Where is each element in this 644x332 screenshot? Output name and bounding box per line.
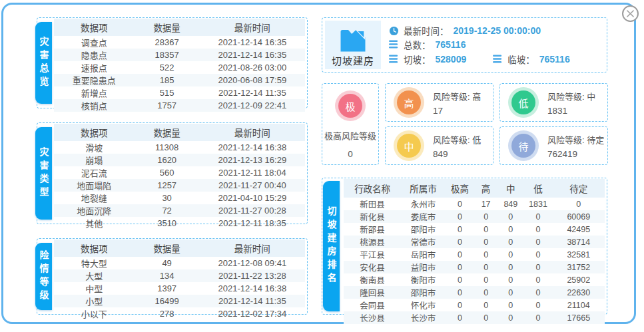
column-header: 中 [497, 179, 523, 198]
list-icon [389, 55, 399, 64]
column-header: 数据项 [54, 124, 135, 141]
table-cell: 1397 [135, 282, 200, 295]
table-cell: 新化县 [344, 210, 401, 223]
table-cell: 特大型 [54, 257, 135, 269]
table-cell: 849 [497, 198, 523, 210]
total-line: 总数： 765116 [389, 38, 604, 51]
table-cell: 278 [135, 307, 200, 320]
column-header: 数据量 [135, 240, 200, 257]
table-cell: 岳阳市 [401, 248, 446, 261]
table-cell: 0 [497, 286, 523, 299]
table-cell: 21104 [553, 299, 605, 311]
table-cell: 0 [474, 236, 497, 248]
table-cell: 隐患点 [54, 49, 135, 61]
column-header: 低 [523, 179, 552, 198]
table-row: 核销点17572021-12-09 22:41 [54, 99, 305, 112]
table-cell: 1831 [523, 198, 552, 210]
column-header: 最新时间 [200, 124, 305, 141]
table-cell: 0 [523, 223, 552, 236]
table-cell: 2021-12-14 16:38 [200, 282, 305, 295]
table-cell: 0 [446, 273, 474, 286]
table-cell: 0 [523, 311, 552, 324]
table-cell: 2021-12-14 16:35 [200, 36, 305, 49]
card-risk-extreme: 极 极高风险等级 0 [322, 83, 379, 165]
ranking-table: 行政名称所属市极高高中低待定 新田县永州市01784918310新化县娄底市00… [344, 179, 605, 324]
table-cell: 31752 [553, 261, 605, 273]
ranking-table-wrap: 行政名称所属市极高高中低待定 新田县永州市01784918310新化县娄底市00… [344, 179, 605, 313]
table-cell: 中型 [54, 282, 135, 295]
card-risk-high: 高 风险等级: 高 17 [385, 83, 493, 122]
table-cell: 2021-12-02 17:34 [200, 307, 305, 320]
risk-value: 849 [433, 149, 481, 159]
table-cell: 0 [497, 311, 523, 324]
table-cell: 核销点 [54, 99, 135, 112]
table-cell: 22630 [553, 286, 605, 299]
table-cell: 72 [135, 204, 200, 217]
table-cell: 2021-11-22 13:28 [200, 269, 305, 282]
risk-badge-ring: 高 [394, 87, 424, 118]
table-cell: 38714 [553, 236, 605, 248]
risk-value: 17 [433, 106, 481, 116]
table-cell: 0 [497, 248, 523, 261]
table-cell: 0 [523, 248, 552, 261]
tab-cut-slope-ranking: 切坡建房排名 [323, 181, 340, 311]
table-cell: 30 [135, 192, 200, 204]
column-header: 数据项 [54, 240, 135, 257]
summary-info: 最新时间： 2019-12-25 00:00:00 总数： 765116 切坡：… [389, 18, 604, 72]
table-row: 桃源县常德市000038714 [344, 236, 605, 248]
near-slope-value: 765116 [539, 54, 570, 65]
table-cell: 地面塌陷 [54, 179, 135, 192]
table-row: 速报点5222021-08-26 03:00 [54, 61, 305, 74]
table-cell: 2021-12-09 22:41 [200, 99, 305, 112]
table-cell: 560 [135, 166, 200, 179]
table-cell: 0 [497, 273, 523, 286]
table-cell: 0 [474, 248, 497, 261]
risk-badge-pending: 待 [511, 134, 535, 158]
risk-badge-extreme: 极 [338, 94, 362, 118]
table-cell: 0 [446, 311, 474, 324]
table-cell: 0 [523, 286, 552, 299]
disaster-overview-table: 数据项数据量最新时间 调查点283672021-12-14 16:35隐患点18… [54, 19, 305, 112]
table-cell: 0 [523, 210, 552, 223]
table-cell: 1620 [135, 154, 200, 166]
table-row: 滑坡113082021-12-14 16:38 [54, 141, 305, 154]
table-header-row: 数据项数据量最新时间 [54, 19, 305, 36]
danger-levels-table: 数据项数据量最新时间 特大型492021-12-08 09:41大型134202… [54, 240, 305, 320]
table-cell: 0 [446, 299, 474, 311]
table-cell: 平江县 [344, 248, 401, 261]
cut-slope-label: 切坡： [404, 53, 431, 66]
table-cell: 调查点 [54, 36, 135, 49]
risk-badge-medium-glyph: 中 [397, 134, 421, 158]
panel-cut-slope-ranking: 切坡建房排名 行政名称所属市极高高中低待定 新田县永州市01784918310新… [322, 178, 607, 315]
table-cell: 大型 [54, 269, 135, 282]
risk-badge-ring: 低 [508, 87, 539, 118]
table-row: 崩塌16202021-12-13 16:29 [54, 154, 305, 166]
table-cell: 0 [523, 273, 552, 286]
table-row: 重要隐患点1852020-06-08 17:59 [54, 74, 305, 86]
table-row: 特大型492021-12-08 09:41 [54, 257, 305, 269]
table-row: 衡南县衡阳市000025902 [344, 273, 605, 286]
disaster-dashboard: 灾害总览 数据项数据量最新时间 调查点283672021-12-14 16:35… [0, 0, 644, 332]
close-button[interactable] [622, 5, 639, 22]
table-cell: 邵阳市 [401, 286, 446, 299]
table-header-row: 行政名称所属市极高高中低待定 [344, 179, 605, 198]
table-cell: 安化县 [344, 261, 401, 273]
table-row: 地裂缝302021-04-10 15:29 [54, 192, 305, 204]
table-row: 隆回县邵阳市000022630 [344, 286, 605, 299]
table-cell: 60069 [553, 210, 605, 223]
table-cell: 2021-12-14 11:35 [200, 295, 305, 307]
table-cell: 0 [446, 198, 474, 210]
column-header: 高 [474, 179, 497, 198]
card-risk-low: 中 风险等级: 低 849 [385, 126, 493, 165]
table-cell: 0 [523, 299, 552, 311]
table-cell: 0 [474, 286, 497, 299]
table-row: 小以下2782021-12-02 17:34 [54, 307, 305, 320]
risk-value: 0 [348, 149, 353, 159]
table-cell: 515 [135, 86, 200, 99]
table-cell: 42495 [553, 223, 605, 236]
tab-disaster-overview: 灾害总览 [35, 22, 52, 104]
table-row: 平江县岳阳市000032581 [344, 248, 605, 261]
table-cell: 185 [135, 74, 200, 86]
table-row: 新田县永州市01784918310 [344, 198, 605, 210]
table-cell: 怀化市 [401, 299, 446, 311]
